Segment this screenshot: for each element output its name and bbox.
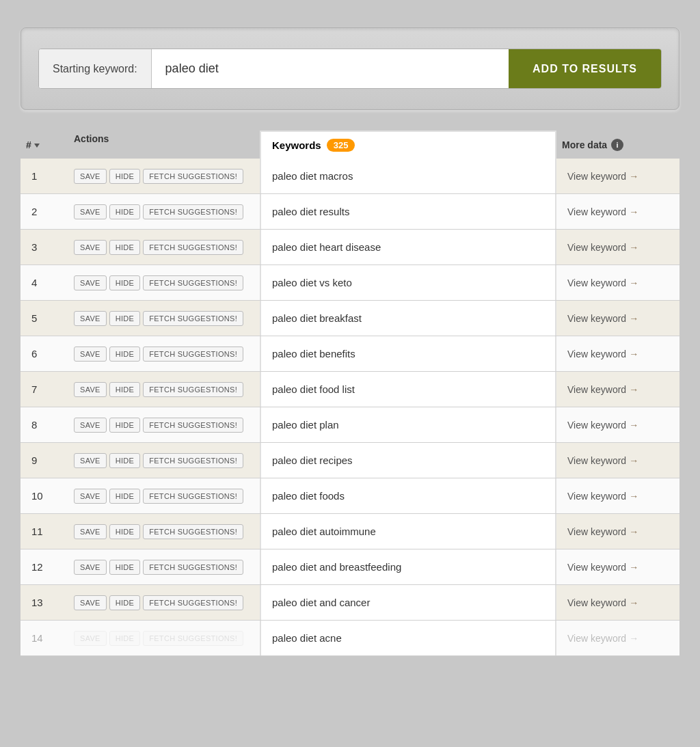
row-actions: SAVE HIDE FETCH SUGGESTIONS! <box>68 627 260 650</box>
view-keyword-link[interactable]: View keyword <box>567 491 626 502</box>
fetch-suggestions-button[interactable]: FETCH SUGGESTIONS! <box>143 453 243 468</box>
fetch-suggestions-button[interactable]: FETCH SUGGESTIONS! <box>143 631 243 646</box>
fetch-suggestions-button[interactable]: FETCH SUGGESTIONS! <box>143 524 243 539</box>
view-keyword-link[interactable]: View keyword <box>567 242 626 253</box>
table-header: # Actions Keywords 325 More data i <box>21 131 679 159</box>
search-row: Starting keyword: ADD TO RESULTS <box>38 49 662 89</box>
view-keyword-link[interactable]: View keyword <box>567 384 626 395</box>
fetch-suggestions-button[interactable]: FETCH SUGGESTIONS! <box>143 347 243 362</box>
view-keyword-link[interactable]: View keyword <box>567 526 626 537</box>
fetch-suggestions-button[interactable]: FETCH SUGGESTIONS! <box>143 240 243 255</box>
row-number: 10 <box>21 485 68 507</box>
hide-button[interactable]: HIDE <box>109 489 140 504</box>
hide-button[interactable]: HIDE <box>109 560 140 575</box>
col-header-more-data: More data i <box>556 131 679 159</box>
row-number: 13 <box>21 591 68 614</box>
save-button[interactable]: SAVE <box>74 169 107 184</box>
save-button[interactable]: SAVE <box>74 204 107 219</box>
row-number: 14 <box>21 627 68 649</box>
row-number: 7 <box>21 378 68 400</box>
view-keyword-cell[interactable]: View keyword → <box>556 414 679 436</box>
save-button[interactable]: SAVE <box>74 595 107 610</box>
keyword-cell: paleo diet food list <box>260 372 556 407</box>
hide-button[interactable]: HIDE <box>109 631 140 646</box>
fetch-suggestions-button[interactable]: FETCH SUGGESTIONS! <box>143 204 243 219</box>
arrow-right-icon: → <box>629 455 638 466</box>
hide-button[interactable]: HIDE <box>109 347 140 362</box>
table-row: 5 SAVE HIDE FETCH SUGGESTIONS! paleo die… <box>21 301 679 336</box>
view-keyword-link[interactable]: View keyword <box>567 420 626 431</box>
search-panel: Starting keyword: ADD TO RESULTS <box>21 27 679 110</box>
hide-button[interactable]: HIDE <box>109 382 140 397</box>
row-actions: SAVE HIDE FETCH SUGGESTIONS! <box>68 556 260 579</box>
view-keyword-link[interactable]: View keyword <box>567 171 626 182</box>
hide-button[interactable]: HIDE <box>109 418 140 433</box>
row-actions: SAVE HIDE FETCH SUGGESTIONS! <box>68 200 260 223</box>
table-row: 13 SAVE HIDE FETCH SUGGESTIONS! paleo di… <box>21 585 679 621</box>
save-button[interactable]: SAVE <box>74 311 107 326</box>
hide-button[interactable]: HIDE <box>109 240 140 255</box>
view-keyword-cell[interactable]: View keyword → <box>556 521 679 543</box>
arrow-right-icon: → <box>629 313 638 324</box>
view-keyword-cell[interactable]: View keyword → <box>556 272 679 294</box>
save-button[interactable]: SAVE <box>74 240 107 255</box>
save-button[interactable]: SAVE <box>74 560 107 575</box>
view-keyword-link[interactable]: View keyword <box>567 313 626 324</box>
fetch-suggestions-button[interactable]: FETCH SUGGESTIONS! <box>143 595 243 610</box>
hide-button[interactable]: HIDE <box>109 453 140 468</box>
arrow-right-icon: → <box>629 597 638 608</box>
row-number: 6 <box>21 342 68 365</box>
save-button[interactable]: SAVE <box>74 524 107 539</box>
view-keyword-link[interactable]: View keyword <box>567 455 626 466</box>
fetch-suggestions-button[interactable]: FETCH SUGGESTIONS! <box>143 169 243 184</box>
save-button[interactable]: SAVE <box>74 453 107 468</box>
row-number: 2 <box>21 200 68 223</box>
view-keyword-link[interactable]: View keyword <box>567 597 626 608</box>
view-keyword-cell[interactable]: View keyword → <box>556 556 679 578</box>
view-keyword-link[interactable]: View keyword <box>567 349 626 359</box>
fetch-suggestions-button[interactable]: FETCH SUGGESTIONS! <box>143 382 243 397</box>
table-row: 14 SAVE HIDE FETCH SUGGESTIONS! paleo di… <box>21 621 679 656</box>
view-keyword-cell[interactable]: View keyword → <box>556 450 679 472</box>
fetch-suggestions-button[interactable]: FETCH SUGGESTIONS! <box>143 311 243 326</box>
row-number: 11 <box>21 520 68 543</box>
row-actions: SAVE HIDE FETCH SUGGESTIONS! <box>68 236 260 259</box>
fetch-suggestions-button[interactable]: FETCH SUGGESTIONS! <box>143 489 243 504</box>
hide-button[interactable]: HIDE <box>109 311 140 326</box>
view-keyword-cell[interactable]: View keyword → <box>556 592 679 614</box>
save-button[interactable]: SAVE <box>74 347 107 362</box>
hide-button[interactable]: HIDE <box>109 524 140 539</box>
hide-button[interactable]: HIDE <box>109 595 140 610</box>
view-keyword-cell[interactable]: View keyword → <box>556 379 679 400</box>
view-keyword-cell[interactable]: View keyword → <box>556 308 679 329</box>
view-keyword-cell[interactable]: View keyword → <box>556 485 679 507</box>
arrow-right-icon: → <box>629 171 638 182</box>
col-header-num[interactable]: # <box>21 131 68 159</box>
save-button[interactable]: SAVE <box>74 418 107 433</box>
view-keyword-cell[interactable]: View keyword → <box>556 343 679 365</box>
row-actions: SAVE HIDE FETCH SUGGESTIONS! <box>68 165 260 188</box>
save-button[interactable]: SAVE <box>74 382 107 397</box>
info-icon: i <box>611 139 623 151</box>
hide-button[interactable]: HIDE <box>109 204 140 219</box>
save-button[interactable]: SAVE <box>74 275 107 290</box>
save-button[interactable]: SAVE <box>74 631 107 646</box>
row-number: 4 <box>21 271 68 294</box>
table-row: 12 SAVE HIDE FETCH SUGGESTIONS! paleo di… <box>21 549 679 585</box>
search-input[interactable] <box>152 49 509 88</box>
save-button[interactable]: SAVE <box>74 489 107 504</box>
view-keyword-cell[interactable]: View keyword → <box>556 236 679 258</box>
hide-button[interactable]: HIDE <box>109 275 140 290</box>
view-keyword-link[interactable]: View keyword <box>567 562 626 573</box>
add-to-results-button[interactable]: ADD TO RESULTS <box>509 49 661 88</box>
fetch-suggestions-button[interactable]: FETCH SUGGESTIONS! <box>143 560 243 575</box>
fetch-suggestions-button[interactable]: FETCH SUGGESTIONS! <box>143 275 243 290</box>
view-keyword-link[interactable]: View keyword <box>567 206 626 217</box>
view-keyword-cell[interactable]: View keyword → <box>556 165 679 187</box>
row-actions: SAVE HIDE FETCH SUGGESTIONS! <box>68 520 260 543</box>
view-keyword-cell[interactable]: View keyword → <box>556 201 679 223</box>
table-row: 11 SAVE HIDE FETCH SUGGESTIONS! paleo di… <box>21 514 679 549</box>
hide-button[interactable]: HIDE <box>109 169 140 184</box>
view-keyword-link[interactable]: View keyword <box>567 277 626 288</box>
fetch-suggestions-button[interactable]: FETCH SUGGESTIONS! <box>143 418 243 433</box>
